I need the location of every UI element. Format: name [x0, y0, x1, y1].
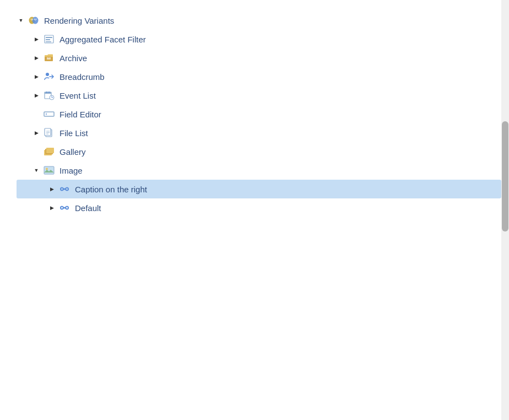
svg-rect-25 [45, 128, 51, 136]
tree-item-breadcrumb[interactable]: Breadcrumb [17, 67, 501, 86]
svg-rect-9 [46, 41, 51, 42]
default-icon [58, 202, 71, 214]
toggle-aggregated-facet-filter[interactable] [32, 35, 41, 44]
tree-item-default[interactable]: Default [17, 198, 501, 217]
caption-right-icon [58, 183, 71, 195]
svg-point-33 [46, 168, 48, 170]
tree-item-label-archive: Archive [59, 53, 87, 63]
toggle-file-list[interactable] [32, 128, 41, 137]
svg-point-5 [36, 19, 37, 20]
aggregated-facet-filter-icon [43, 33, 55, 45]
gallery-icon [43, 146, 55, 158]
toggle-archive[interactable] [32, 53, 41, 62]
svg-rect-8 [46, 39, 50, 40]
scrollbar-thumb[interactable] [502, 121, 508, 231]
toggle-image[interactable] [32, 166, 41, 175]
svg-rect-12 [47, 57, 51, 60]
tree-item-label-caption-right: Caption on the right [75, 185, 147, 194]
toggle-rendering-variants[interactable] [17, 16, 25, 25]
tree-item-label-breadcrumb: Breadcrumb [59, 72, 105, 82]
rendering-variants-icon [28, 14, 40, 26]
tree-item-label-aggregated-facet-filter: Aggregated Facet Filter [59, 35, 146, 44]
tree-item-event-list[interactable]: Event List [17, 86, 501, 105]
tree-item-label-rendering-variants: Rendering Variants [44, 16, 114, 25]
tree-item-gallery[interactable]: Gallery [17, 142, 501, 161]
svg-rect-16 [45, 92, 51, 94]
svg-point-14 [46, 73, 49, 76]
tree-item-archive[interactable]: Archive [17, 49, 501, 67]
tree-item-label-image: Image [59, 166, 83, 175]
tree-item-label-gallery: Gallery [59, 147, 86, 157]
scrollbar-track[interactable] [501, 0, 509, 420]
svg-rect-22 [44, 112, 54, 116]
tree-item-label-event-list: Event List [59, 91, 96, 100]
svg-rect-7 [46, 37, 52, 38]
svg-rect-11 [45, 56, 53, 57]
tree-item-label-file-list: File List [59, 128, 88, 138]
tree-item-aggregated-facet-filter[interactable]: Aggregated Facet Filter [17, 30, 501, 49]
tree-item-label-field-editor: Field Editor [59, 110, 101, 119]
event-list-icon [43, 89, 55, 101]
tree-item-rendering-variants[interactable]: Rendering Variants [17, 11, 501, 30]
tree-item-file-list[interactable]: File List [17, 123, 501, 142]
image-icon [43, 164, 55, 176]
file-list-icon [43, 127, 55, 139]
svg-rect-31 [46, 148, 54, 153]
svg-rect-13 [48, 57, 50, 58]
svg-point-2 [31, 19, 32, 20]
toggle-breadcrumb[interactable] [32, 72, 41, 81]
svg-point-3 [33, 19, 34, 20]
tree-item-field-editor[interactable]: Field Editor [17, 105, 501, 123]
archive-icon [43, 52, 55, 64]
rendering-variants-tree: Rendering Variants Aggregated Facet Filt… [17, 11, 501, 217]
toggle-default[interactable] [47, 203, 56, 212]
tree-panel: Rendering Variants Aggregated Facet Filt… [0, 0, 501, 420]
svg-point-4 [34, 19, 35, 20]
breadcrumb-icon [43, 71, 55, 83]
toggle-caption-right[interactable] [47, 185, 56, 193]
tree-item-image[interactable]: Image [17, 161, 501, 180]
svg-rect-32 [44, 166, 54, 174]
toggle-event-list[interactable] [32, 91, 41, 100]
field-editor-icon [43, 108, 55, 120]
tree-item-caption-right[interactable]: Caption on the right [17, 180, 501, 198]
tree-item-label-default: Default [75, 203, 101, 213]
svg-point-1 [33, 17, 39, 24]
